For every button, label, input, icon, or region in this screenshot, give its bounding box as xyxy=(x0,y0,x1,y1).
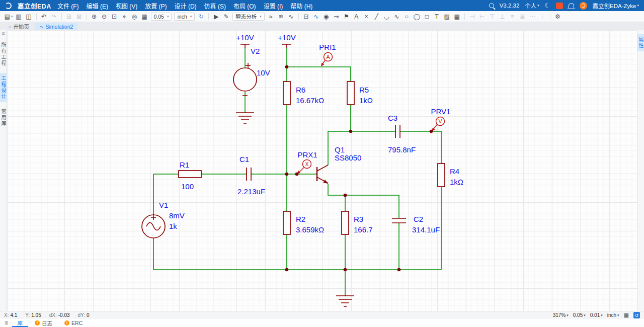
label-V1-value[interactable]: 8mV xyxy=(169,211,185,220)
net-label-vcc2[interactable]: +10V xyxy=(278,33,295,42)
wave-zoom-y-icon[interactable]: ≋ xyxy=(276,12,286,21)
chevron-down-icon[interactable]: ▾ xyxy=(11,15,13,19)
component-R2[interactable]: R2 3.659kΩ xyxy=(283,211,324,234)
component-R1[interactable]: R1 100 xyxy=(179,160,201,191)
label-R4-ref[interactable]: R4 xyxy=(450,167,459,176)
probe-PRI1[interactable]: A PRI1 xyxy=(319,43,336,66)
wave-probe-icon[interactable]: ∿ xyxy=(311,12,321,21)
menu-design[interactable]: 设计 (D) xyxy=(175,2,197,10)
zoom-fit-icon[interactable]: ⊡ xyxy=(110,12,119,21)
component-C1[interactable]: C1 2.213uF xyxy=(237,155,265,196)
select-tool-icon[interactable]: ⌖ xyxy=(120,12,129,21)
analysis-type-select[interactable]: 瞬态分析▾ xyxy=(232,13,265,21)
snap-size-select[interactable]: 0.01▾ xyxy=(590,312,603,318)
grid-setting-icon[interactable]: ▦ xyxy=(140,12,149,21)
label-R2-ref[interactable]: R2 xyxy=(296,215,305,223)
menu-layout[interactable]: 布局 (O) xyxy=(233,2,256,10)
sidebar-item-project-design[interactable]: 工程设计 xyxy=(0,73,8,102)
menu-file[interactable]: 文件 (F) xyxy=(57,2,79,10)
current-probe-icon[interactable]: ◉ xyxy=(321,12,331,21)
bottom-tab-erc[interactable]: ! ERC xyxy=(59,319,88,327)
open-project-icon[interactable]: ▥ xyxy=(14,12,24,21)
theme-icon[interactable]: ☾ xyxy=(545,3,550,9)
origin-icon[interactable]: ↺ xyxy=(633,312,640,318)
component-R4[interactable]: R4 1kΩ xyxy=(438,164,463,187)
grid-size-select[interactable]: 0.05▾ xyxy=(151,13,172,21)
undo-icon[interactable]: ↶ xyxy=(39,12,49,21)
unit-select[interactable]: inch▾ xyxy=(174,13,195,21)
label-C1-value[interactable]: 2.213uF xyxy=(237,187,265,196)
component-V1[interactable]: V1 8mV 1k xyxy=(142,201,185,238)
menu-place[interactable]: 放置 (P) xyxy=(145,2,167,10)
draw-rect-icon[interactable]: □ xyxy=(422,12,432,21)
label-R5-ref[interactable]: R5 xyxy=(359,86,369,94)
menu-settings[interactable]: 设置 (I) xyxy=(264,2,283,10)
label-V1-value2[interactable]: 1k xyxy=(169,222,177,230)
menu-edit[interactable]: 编辑 (E) xyxy=(87,2,108,10)
zoom-out-icon[interactable]: ⊖ xyxy=(100,12,109,21)
place-image-icon[interactable]: ▨ xyxy=(442,12,452,21)
save-icon[interactable]: ◫ xyxy=(24,12,34,21)
no-connect-icon[interactable]: × xyxy=(362,12,371,21)
label-R3-value[interactable]: 166.7 xyxy=(354,225,373,234)
find-icon[interactable]: ◎ xyxy=(130,12,139,21)
sidebar-item-properties[interactable]: 属性 xyxy=(636,34,644,51)
label-R1-ref[interactable]: R1 xyxy=(180,160,189,169)
wave-zoom-x-icon[interactable]: ≈ xyxy=(266,12,276,21)
component-C3[interactable]: C3 795.8nF xyxy=(388,114,416,154)
menu-simulation[interactable]: 仿真 (S) xyxy=(204,2,226,10)
label-V2-ref[interactable]: V2 xyxy=(251,47,260,55)
sidebar-item-common-library[interactable]: 常用库 xyxy=(0,106,8,129)
menu-view[interactable]: 视图 (V) xyxy=(116,2,137,10)
schematic-svg[interactable]: +10V +10V V2 10V xyxy=(7,30,637,311)
unit-select[interactable]: inch▾ xyxy=(607,312,619,318)
component-R6[interactable]: R6 16.67kΩ xyxy=(283,81,324,105)
place-pin-icon[interactable]: ⊸ xyxy=(332,12,341,21)
label-R1-value[interactable]: 100 xyxy=(181,182,194,191)
wave-zoom-fit-icon[interactable]: ∿ xyxy=(286,12,296,21)
menu-help[interactable]: 帮助 (H) xyxy=(290,2,312,10)
probe-pen-icon[interactable]: ✎ xyxy=(221,12,231,21)
probe-PRV1[interactable]: V PRV1 xyxy=(431,107,451,131)
draw-circle-icon[interactable]: ○ xyxy=(402,12,412,21)
panel-collapse-icon[interactable]: ≣ xyxy=(2,31,5,36)
schematic-canvas[interactable]: +10V +10V V2 10V xyxy=(7,30,637,311)
component-R5[interactable]: R5 1kΩ xyxy=(347,81,373,105)
panel-toggle-icon[interactable]: ≣ xyxy=(2,320,11,325)
tab-start-page[interactable]: ⌂ 开始页 xyxy=(4,23,34,30)
component-R3[interactable]: R3 166.7 xyxy=(342,211,373,234)
promo-badge-icon[interactable] xyxy=(556,3,563,9)
label-Q1-value[interactable]: SS8050 xyxy=(335,153,361,162)
sidebar-item-all-projects[interactable]: 所有工程 xyxy=(0,40,8,69)
place-component-icon[interactable]: ⊟ xyxy=(301,12,311,21)
tab-simulation2[interactable]: ∿ Simulation2 xyxy=(35,23,77,30)
place-text-icon[interactable]: T xyxy=(432,12,442,21)
label-PRI1-ref[interactable]: PRI1 xyxy=(319,43,336,51)
label-V1-ref[interactable]: V1 xyxy=(159,201,168,209)
avatar[interactable] xyxy=(580,2,587,10)
label-R4-value[interactable]: 1kΩ xyxy=(450,178,463,186)
draw-line-icon[interactable]: ╱ xyxy=(372,12,381,21)
grid-size-select[interactable]: 0.05▾ xyxy=(573,312,586,318)
draw-ellipse-icon[interactable]: ◯ xyxy=(412,12,422,21)
notifications-icon[interactable] xyxy=(569,3,574,8)
component-Q1[interactable]: Q1 SS8050 xyxy=(317,145,361,184)
label-PRV1-ref[interactable]: PRV1 xyxy=(431,107,451,116)
plan-menu[interactable]: 个人▾ xyxy=(525,2,539,10)
label-C2-value[interactable]: 314.1uF xyxy=(412,225,440,234)
draw-arc-icon[interactable]: ◡ xyxy=(382,12,391,21)
label-R6-ref[interactable]: R6 xyxy=(296,86,305,94)
label-Q1-ref[interactable]: Q1 xyxy=(335,145,345,154)
search-icon[interactable] xyxy=(489,3,494,8)
label-R3-ref[interactable]: R3 xyxy=(354,215,363,223)
label-C3-ref[interactable]: C3 xyxy=(388,114,397,122)
label-V2-value[interactable]: 10V xyxy=(257,68,270,77)
label-R6-value[interactable]: 16.67kΩ xyxy=(296,96,324,105)
label-PRX1-ref[interactable]: PRX1 xyxy=(297,150,317,159)
label-C3-value[interactable]: 795.8nF xyxy=(388,145,416,154)
zoom-select[interactable]: 317%▾ xyxy=(553,312,569,318)
ground-symbol-top[interactable] xyxy=(236,113,254,123)
probe-PRX1[interactable]: X PRX1 xyxy=(297,150,317,174)
place-table-icon[interactable]: ▦ xyxy=(452,12,462,21)
power-flag-10v-right[interactable]: +10V xyxy=(278,33,295,48)
